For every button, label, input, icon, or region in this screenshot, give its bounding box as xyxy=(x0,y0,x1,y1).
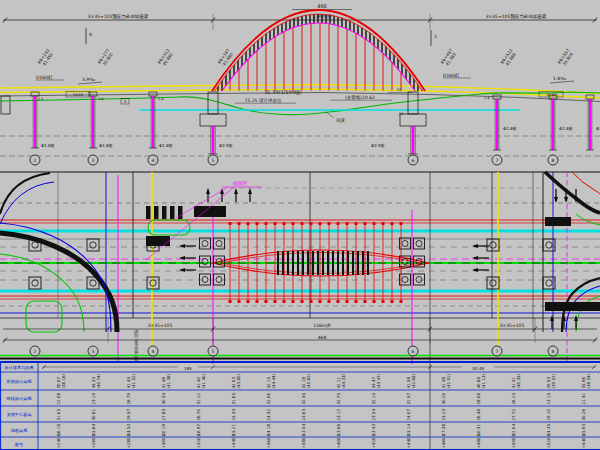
mid-value: 26.70 xyxy=(196,409,201,421)
stake-value: +260.0 xyxy=(91,433,96,448)
cell-route: 26.25 xyxy=(511,393,516,405)
mid-value: 24.32 xyxy=(266,409,271,421)
hanger-anchor-dot xyxy=(400,300,403,303)
pier-number: 8 xyxy=(552,349,555,354)
svg-text:1.4: 1.4 xyxy=(158,97,164,101)
cell-route: 30.20 xyxy=(441,393,446,405)
pier-number: 4 xyxy=(152,158,155,163)
stake-value: +320.0 xyxy=(196,433,201,448)
svg-text:20: 20 xyxy=(399,112,403,116)
svg-text:1.4: 1.4 xyxy=(484,96,490,100)
crossbeam-tick xyxy=(307,251,309,275)
deck-elev-paren: (41.91) xyxy=(446,373,451,388)
bridge-drawing: 468 136m拱 3×35=105预应力砼连续箱梁 3×35=105预应力砼连… xyxy=(0,0,600,450)
pile-diameter-label: Φ1.8桩 xyxy=(559,126,573,131)
crossbeam-tick xyxy=(287,251,289,275)
plan-dim-main: 136m拱 xyxy=(313,323,331,328)
cell-mid: 23.54 xyxy=(371,409,376,421)
cell-deck-elev: 42.11(44.33) xyxy=(336,373,346,388)
profile-table: 2345678 设计坡度与距离 桥面设计高程 路线设计高程 梁底中心标高 地面高… xyxy=(0,346,600,450)
stake-value: +480.0 xyxy=(476,433,481,448)
drawing-primitive xyxy=(147,277,159,289)
crossbeam-tick xyxy=(347,251,349,275)
cell-deck-elev: 35.96(38.34) xyxy=(581,373,591,388)
pier-number-circle: 6 xyxy=(408,346,418,356)
pier: Φ1.8桩 xyxy=(586,95,600,150)
hanger-anchor-dot xyxy=(391,222,394,225)
hanger-anchor-dot xyxy=(256,222,259,225)
cell-stake: +320.0 xyxy=(196,433,201,448)
drawing-primitive xyxy=(414,274,425,285)
cell-mid: 31.05 xyxy=(56,409,61,421)
cell-stake: +280.0 xyxy=(126,433,131,448)
cell-stake: +240.0 xyxy=(56,433,61,448)
hanger-anchor-dot xyxy=(382,300,385,303)
span-left-value: 185 xyxy=(184,366,192,371)
drawing-primitive xyxy=(202,241,208,247)
plan-dim-total: 468 xyxy=(318,335,327,340)
route-value: 30.20 xyxy=(441,393,446,405)
span-right-value: 30.49 xyxy=(472,366,484,371)
route-value: 26.25 xyxy=(511,393,516,405)
route-value: 31.65 xyxy=(231,393,236,405)
plan-dim-right: 3×35=105 xyxy=(500,323,525,328)
mid-value: 23.63 xyxy=(301,409,306,421)
deck-elev-paren: (39.57) xyxy=(551,373,556,388)
crossbeam-tick xyxy=(302,251,304,275)
pier: Φ1.8桩4 xyxy=(148,92,173,165)
hanger-anchor-dot xyxy=(337,222,340,225)
mid-value: 26.48 xyxy=(476,409,481,421)
hanger-anchor-dot xyxy=(229,300,232,303)
drawing-primitive xyxy=(234,188,238,194)
stake-label: K6+24241.450 xyxy=(37,48,55,68)
drawing-primitive xyxy=(206,188,210,194)
traffic-island xyxy=(26,301,62,332)
drawing-primitive xyxy=(402,241,408,247)
route-value: 32.45 xyxy=(301,393,306,405)
drawing-primitive xyxy=(546,242,552,248)
crossbeam-tick xyxy=(277,251,279,275)
row-label-deck-elev: 桥面设计高程 xyxy=(6,379,32,384)
cell-mid: 30.81 xyxy=(91,409,96,421)
crossbeam-tick xyxy=(367,251,369,275)
deck-elev-paren: (38.16) xyxy=(61,373,66,388)
hanger-anchor-dot xyxy=(391,300,394,303)
cell-mid: 25.34 xyxy=(231,409,236,421)
pier-number: 4 xyxy=(152,349,155,354)
lane-arrow xyxy=(220,188,224,202)
cell-stake: +360.0 xyxy=(266,433,271,448)
crossbeam-tick xyxy=(362,251,364,275)
cell-mid: 26.70 xyxy=(196,409,201,421)
crossbeam-tick xyxy=(342,251,344,275)
dim-total: 468 xyxy=(317,3,327,9)
pile-diameter-label: Φ2.5桩 xyxy=(371,143,385,148)
drawing-primitive xyxy=(90,280,96,286)
hanger-anchor-dot xyxy=(355,222,358,225)
mid-value: 23.54 xyxy=(371,409,376,421)
cell-route: 31.12 xyxy=(196,393,201,405)
deck-elev-paren: (43.47) xyxy=(376,373,381,388)
drawing-primitive xyxy=(490,242,496,248)
deck-elev-paren: (41.52) xyxy=(131,373,136,388)
pier-number: 3 xyxy=(92,349,95,354)
svg-text:29.69: 29.69 xyxy=(73,93,83,97)
anchor-label: 锚固区 xyxy=(233,180,248,187)
section-marker-right: 2 xyxy=(431,30,437,46)
drawing-primitive xyxy=(416,241,422,247)
svg-text:1.4: 1.4 xyxy=(98,97,104,101)
svg-text:2: 2 xyxy=(434,34,437,39)
svg-text:4: 4 xyxy=(89,32,92,37)
cell-mid: 23.17 xyxy=(336,409,341,421)
flood-level-note: 75.25 设计洪水位 xyxy=(245,97,282,103)
cell-route: 31.57 xyxy=(406,393,411,405)
pier: Φ1.8桩7 xyxy=(492,95,517,165)
stake-value: +240.0 xyxy=(56,433,61,448)
plan-dim-left: 3×35=105 xyxy=(148,323,173,328)
pile-diameter-label: Φ1.8桩 xyxy=(99,143,113,148)
cell-stake: +520.0 xyxy=(546,433,551,448)
cell-stake: +460.0 xyxy=(441,433,446,448)
hanger-anchor-dot xyxy=(346,222,349,225)
pier-number: 6 xyxy=(412,158,415,163)
pier-number: 7 xyxy=(496,349,499,354)
route-value: 28.08 xyxy=(476,393,481,405)
